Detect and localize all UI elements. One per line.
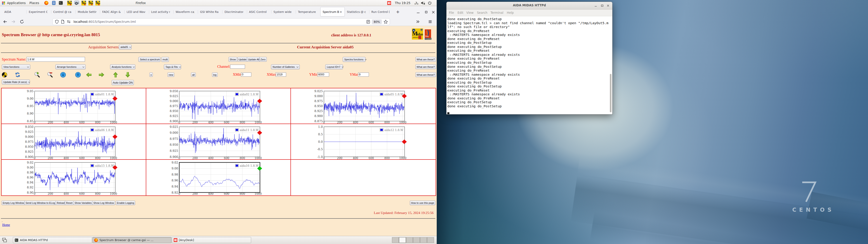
panel-clock[interactable]: Thu 19:25 <box>395 0 410 6</box>
ymin-input[interactable] <box>317 72 329 77</box>
update-button[interactable]: Update <box>237 57 248 62</box>
how-to-use-this-page-button[interactable]: How to use this page <box>410 201 435 205</box>
browser-tab-8[interactable]: Waveform cap <box>174 7 198 17</box>
browser-tab-16[interactable]: Run Control ( <box>369 7 394 17</box>
what-are-these-button-1[interactable]: What are these? <box>415 57 436 62</box>
reload-page-button[interactable]: Reload <box>56 201 66 205</box>
browser-tab-7[interactable]: Lost activity n <box>149 7 174 17</box>
show-desktop-button[interactable] <box>2 238 7 244</box>
spectrum-cell-aida12[interactable]: 1.00.50.0-0.5-1.002004006008001000aida12… <box>291 124 436 160</box>
terminal-launcher[interactable] <box>59 0 63 6</box>
taskbar-task-terminal[interactable]: AIDA MIDAS HTTPd <box>13 237 92 243</box>
spectrum-cell-aida06[interactable]: 9.0509.0259.0008.9758.9508.9258.90002004… <box>2 124 146 160</box>
xmax-input[interactable] <box>276 72 286 77</box>
spectrum-name-input[interactable] <box>26 57 85 62</box>
browser-tab-6[interactable]: LED and Wave <box>125 7 149 17</box>
auto-update-button[interactable]: Auto Update ON <box>112 80 134 85</box>
workspace-3[interactable] <box>406 237 413 243</box>
spectrum-cell-aida05[interactable]: 9.0259.0008.9758.9508.9258.9008.87502004… <box>291 88 436 124</box>
spectrum-cell-aida02[interactable]: 9.0509.0259.0008.9758.9508.9258.90002004… <box>146 88 291 124</box>
volume-muted-tray-icon[interactable] <box>421 0 426 6</box>
pan-up-icon[interactable] <box>113 72 119 78</box>
power-tray-icon[interactable] <box>428 0 432 6</box>
zoom-out-icon[interactable] <box>47 72 53 78</box>
workspace-5[interactable] <box>420 237 427 243</box>
overflow-menu-button[interactable] <box>414 18 421 25</box>
zero-button[interactable]: Zero <box>259 57 267 62</box>
terminal-close-button[interactable] <box>606 3 611 8</box>
zoom-in-icon[interactable] <box>34 72 40 78</box>
browser-tab-11[interactable]: ASIC Control <box>247 7 272 17</box>
zoom-level-button[interactable]: 80% <box>372 20 382 24</box>
terminal-menu-edit[interactable]: Edit <box>458 11 463 14</box>
hamburger-menu-button[interactable] <box>427 18 434 25</box>
log-button[interactable]: log <box>212 72 218 77</box>
terminal-scrollbar-thumb[interactable] <box>610 74 612 112</box>
spectra-functions-dropdown[interactable]: Spectra functions <box>343 57 366 62</box>
x-axis-button[interactable]: x <box>149 72 153 77</box>
terminal-minimize-button[interactable] <box>593 3 598 8</box>
browser-tab-1[interactable]: AIDA <box>2 7 27 17</box>
window-minimize-button[interactable] <box>415 9 421 15</box>
network-status-tray-icon[interactable]: ? <box>414 0 418 6</box>
anydesk-tray-icon[interactable] <box>387 0 391 6</box>
forward-button[interactable] <box>10 18 17 25</box>
ymax-input[interactable] <box>358 72 369 77</box>
firefox-launcher[interactable] <box>44 0 49 6</box>
midas-launcher[interactable]: M idas <box>67 0 72 6</box>
browser-tab-3[interactable]: Control @ ca <box>51 7 76 17</box>
terminal-menu-search[interactable]: Search <box>477 11 487 14</box>
applications-menu-icon[interactable] <box>1 0 6 6</box>
terminal-content[interactable]: done executing do_PostSetup loading Spec… <box>447 16 612 114</box>
back-button[interactable] <box>2 18 8 25</box>
tags-fits-dropdown[interactable]: Tags & Fits <box>164 64 181 69</box>
show-variables-button[interactable]: Show Variables <box>73 201 93 205</box>
reload-button[interactable] <box>19 18 25 25</box>
permissions-icon[interactable] <box>67 20 71 23</box>
terminal-menu-terminal[interactable]: Terminal <box>491 11 503 14</box>
acquisition-server-select[interactable]: aida05 <box>119 44 131 50</box>
browser-tab-12[interactable]: System wide <box>272 7 296 17</box>
update-all-button[interactable]: Update All <box>247 57 260 62</box>
browser-tab-9[interactable]: GSI White Ra <box>198 7 222 17</box>
midas-launcher-3[interactable]: M idas <box>88 0 93 6</box>
browser-tab-4[interactable]: Module Settin <box>76 7 100 17</box>
arrange-functions-dropdown[interactable]: Arrange functions <box>55 64 86 69</box>
multi-button[interactable]: multi <box>161 57 169 62</box>
url-bar[interactable]: localhost:8015/Spectrum/Spectrum.tml 80% <box>53 18 390 25</box>
what-are-these-button-3[interactable]: What are these? <box>415 72 436 77</box>
window-close-button[interactable] <box>431 9 436 15</box>
pan-right-icon[interactable] <box>98 72 104 78</box>
terminal-menu-file[interactable]: File <box>449 11 454 14</box>
reader-mode-icon[interactable] <box>366 20 370 24</box>
browser-tab-10[interactable]: Discriminator <box>222 7 247 17</box>
midas-launcher-4[interactable]: M idas <box>95 0 100 6</box>
terminal-menu-help[interactable]: Help <box>507 11 514 14</box>
empty-log-window-button[interactable]: Empty Log Window <box>2 201 25 205</box>
panel-window-title[interactable]: Firefox <box>135 0 146 6</box>
new-button[interactable]: new <box>167 72 174 77</box>
spectrum-cell-empty[interactable] <box>291 160 436 195</box>
analysis-functions-dropdown[interactable]: Analysis functions <box>110 64 135 69</box>
file-manager-launcher[interactable] <box>52 0 56 6</box>
what-are-these-button-2[interactable]: What are these? <box>415 64 436 69</box>
terminal-title-bar[interactable]: AIDA MIDAS HTTPd <box>446 2 612 9</box>
show-log-window-button[interactable]: Show Log Window <box>92 201 115 205</box>
browser-tab-15[interactable]: Statistics @ c <box>345 7 369 17</box>
send-log-window-to-elog-button[interactable]: Send Log Window to ELog <box>24 201 56 205</box>
channel-input[interactable] <box>230 65 245 69</box>
spectrum-cell-aida15[interactable]: 9.029.008.988.968.948.928.90020040060080… <box>2 160 146 195</box>
browser-tab-14[interactable]: Spectrum B× <box>320 7 345 17</box>
bookmark-star-icon[interactable] <box>383 20 388 24</box>
spectrum-cell-aida11[interactable]: 9.0259.0008.9758.9508.9258.9000200400600… <box>146 124 291 160</box>
workspace-2[interactable] <box>399 237 406 243</box>
terminal-maximize-button[interactable] <box>600 3 604 8</box>
tab-close-icon[interactable]: × <box>340 10 342 13</box>
midas-launcher-2[interactable]: M idas <box>81 0 86 6</box>
number-of-galleries-dropdown[interactable]: Number of Galleries <box>271 64 300 69</box>
applications-menu[interactable]: Applications <box>7 0 26 6</box>
zero-spectrum-icon[interactable] <box>2 72 7 78</box>
workspace-6[interactable] <box>427 237 434 243</box>
taskbar-task-firefox[interactable]: Spectrum Browser @ carme-gsi — ... <box>92 237 172 243</box>
browser-tab-5[interactable]: FADC Align & <box>100 7 125 17</box>
